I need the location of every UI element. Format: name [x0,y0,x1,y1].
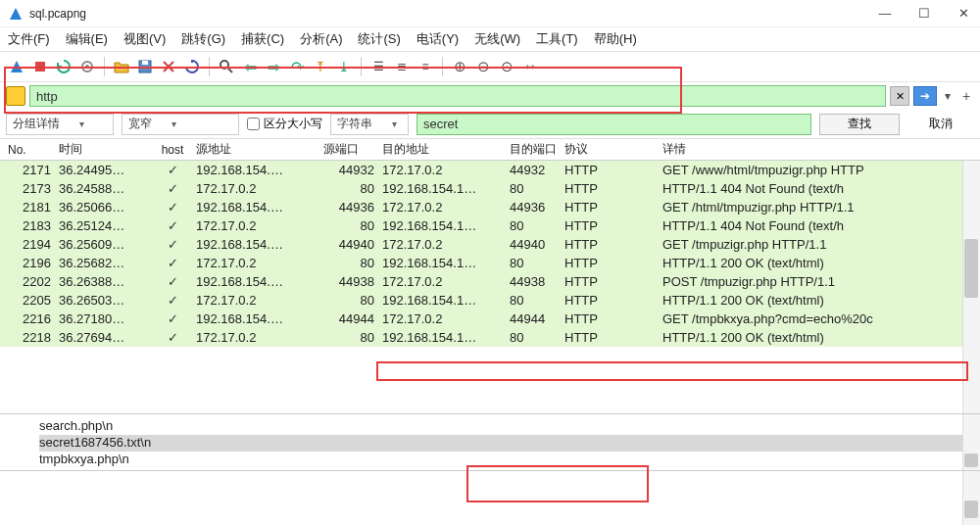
find-icon[interactable] [216,56,237,77]
col-time[interactable]: 时间 [55,141,153,158]
menu-capture[interactable]: 捕获(C) [241,30,284,48]
stop-capture-icon[interactable] [29,56,51,77]
zoom-in-icon[interactable]: ⊕ [449,56,470,77]
cancel-button[interactable]: 取消 [907,114,974,135]
menu-go[interactable]: 跳转(G) [181,30,225,48]
titlebar: sql.pcapng — ☐ ✕ [0,0,980,27]
table-row[interactable]: 220236.26388…✓192.168.154.…44938172.17.0… [0,272,980,291]
col-src[interactable]: 源地址 [192,141,319,158]
detail-line: tmpbkxya.php\n [39,452,980,468]
zoom-reset-icon[interactable]: ⊙ [496,56,517,77]
table-row[interactable]: 218336.25124…✓172.17.0.280192.168.154.1…… [0,216,980,235]
reload-icon[interactable] [181,56,203,77]
menu-view[interactable]: 视图(V) [123,30,166,48]
menubar: 文件(F) 编辑(E) 视图(V) 跳转(G) 捕获(C) 分析(A) 统计(S… [0,27,980,51]
search-type-select[interactable]: 字符串 [330,114,409,135]
start-capture-icon[interactable] [6,56,27,77]
detail-scrollbar[interactable] [962,414,980,470]
goto-last-icon[interactable]: ⤓ [333,56,355,77]
menu-stats[interactable]: 统计(S) [358,30,400,48]
case-sensitive-checkbox[interactable]: 区分大小写 [247,116,322,132]
resize-cols-icon[interactable]: ⇿ [519,56,541,77]
options-icon[interactable] [76,56,98,77]
next-icon[interactable]: ⇨ [263,56,284,77]
packet-details[interactable]: search.php\n secret1687456.txt\n tmpbkxy… [0,413,980,470]
maximize-button[interactable]: ☐ [915,6,933,21]
menu-file[interactable]: 文件(F) [8,30,50,48]
packet-bytes[interactable] [0,470,980,525]
menu-tools[interactable]: 工具(T) [536,30,578,48]
table-row[interactable]: 221636.27180…✓192.168.154.…44944172.17.0… [0,310,980,328]
clear-filter-button[interactable]: ✕ [890,86,909,106]
table-row[interactable]: 218136.25066…✓192.168.154.…44936172.17.0… [0,198,980,216]
col-info[interactable]: 详情 [659,141,980,158]
detail-line: search.php\n [39,418,980,435]
svg-rect-4 [142,61,148,65]
close-file-icon[interactable] [158,56,179,77]
table-row[interactable]: 217336.24588…✓172.17.0.280192.168.154.1…… [0,179,980,198]
svg-rect-0 [35,62,45,72]
goto-first-icon[interactable]: ⤒ [310,56,331,77]
jump-icon[interactable]: ↷ [286,56,308,77]
table-row[interactable]: 220536.26503…✓172.17.0.280192.168.154.1…… [0,291,980,310]
col-no[interactable]: No. [0,143,55,157]
col-host[interactable]: host [153,143,192,157]
search-input[interactable] [416,114,811,135]
prev-icon[interactable]: ⇦ [239,56,261,77]
apply-filter-button[interactable]: ➔ [913,86,937,106]
col-dst[interactable]: 目的地址 [378,141,506,158]
menu-telephony[interactable]: 电话(Y) [416,30,459,48]
table-row[interactable]: 221836.27694…✓172.17.0.280192.168.154.1…… [0,328,980,347]
col-proto[interactable]: 协议 [561,141,659,158]
packet-list[interactable]: 217136.24495…✓192.168.154.…44932172.17.0… [0,161,980,413]
find-bar: 分组详情 宽窄 区分大小写 字符串 查找 取消 [0,110,980,139]
search-width-select[interactable]: 宽窄 [122,114,239,135]
window-title: sql.pcapng [29,7,876,21]
display-filter-input[interactable] [29,85,886,107]
hex-scrollbar[interactable] [962,471,980,525]
menu-help[interactable]: 帮助(H) [594,30,637,48]
menu-edit[interactable]: 编辑(E) [66,30,108,48]
filter-history-dropdown[interactable]: ▾ [941,89,955,103]
colorize-icon[interactable]: ≣ [391,56,413,77]
svg-point-5 [220,61,228,69]
col-dport[interactable]: 目的端口 [506,141,561,158]
table-row[interactable]: 219636.25682…✓172.17.0.280192.168.154.1…… [0,254,980,272]
save-icon[interactable] [134,56,156,77]
restart-capture-icon[interactable] [53,56,74,77]
find-button[interactable]: 查找 [819,114,900,135]
vertical-scrollbar[interactable] [962,161,980,413]
filter-bar: ✕ ➔ ▾ + [0,82,980,110]
toolbar: ⇦ ⇨ ↷ ⤒ ⤓ ☰ ≣ ≡ ⊕ ⊖ ⊙ ⇿ [0,51,980,82]
resize-icon[interactable]: ≡ [415,56,436,77]
open-icon[interactable] [111,56,132,77]
minimize-button[interactable]: — [876,6,894,21]
autoscroll-icon[interactable]: ☰ [368,56,389,77]
app-icon [8,6,24,22]
bookmark-icon[interactable] [6,86,25,106]
table-row[interactable]: 217136.24495…✓192.168.154.…44932172.17.0… [0,161,980,179]
col-sport[interactable]: 源端口 [319,141,378,158]
menu-analyze[interactable]: 分析(A) [300,30,342,48]
detail-line: secret1687456.txt\n [39,435,980,452]
menu-wireless[interactable]: 无线(W) [474,30,520,48]
close-button[interactable]: ✕ [955,6,972,21]
svg-point-2 [85,65,89,69]
search-scope-select[interactable]: 分组详情 [6,114,114,135]
table-row[interactable]: 219436.25609…✓192.168.154.…44940172.17.0… [0,235,980,254]
column-headers: No. 时间 host 源地址 源端口 目的地址 目的端口 协议 详情 [0,139,980,161]
add-filter-button[interactable]: + [958,88,974,104]
zoom-out-icon[interactable]: ⊖ [472,56,494,77]
